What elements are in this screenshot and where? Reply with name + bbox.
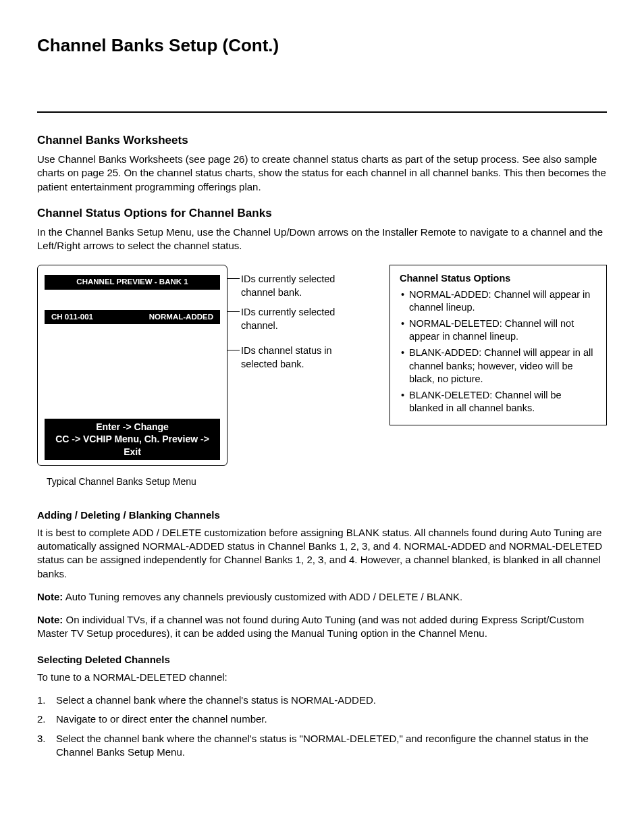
callout-2: IDs currently selected channel. (241, 306, 363, 332)
selecting-steps: Select a channel bank where the channel'… (37, 694, 607, 759)
divider (37, 111, 607, 113)
worksheets-heading: Channel Banks Worksheets (37, 133, 607, 149)
menu-status: NORMAL-ADDED (149, 312, 213, 323)
menu-footer-1: Enter -> Change (49, 421, 216, 433)
menu-footer-2: CC -> VCHIP Menu, Ch. Preview -> Exit (49, 433, 216, 457)
adding-note2: Note: On individual TVs, if a channel wa… (37, 613, 607, 641)
status-item: NORMAL-ADDED: Channel will appear in cha… (400, 288, 597, 315)
channel-banks-menu: CHANNEL PREVIEW - BANK 1 CH 011-001 NORM… (37, 265, 227, 466)
note-label: Note: (37, 614, 63, 625)
menu-channel-row: CH 011-001 NORMAL-ADDED (45, 310, 220, 325)
step: Select a channel bank where the channel'… (37, 694, 607, 707)
callout-3: IDs channel status in selected bank. (241, 344, 363, 371)
status-options-box: Channel Status Options NORMAL-ADDED: Cha… (390, 265, 607, 425)
page-title: Channel Banks Setup (Cont.) (37, 34, 607, 71)
step: Select the channel bank where the channe… (37, 732, 607, 760)
status-item: BLANK-DELETED: Channel will be blanked i… (400, 389, 597, 415)
status-item: NORMAL-DELETED: Channel will not appear … (400, 317, 597, 344)
note-label: Note: (37, 591, 63, 602)
selecting-heading: Selecting Deleted Channels (37, 653, 607, 667)
worksheets-body: Use Channel Banks Worksheets (see page 2… (37, 153, 607, 194)
menu-footer: Enter -> Change CC -> VCHIP Menu, Ch. Pr… (45, 419, 220, 460)
menu-channel: CH 011-001 (51, 312, 93, 323)
status-options-body: In the Channel Banks Setup Menu, use the… (37, 226, 607, 253)
selecting-intro: To tune to a NORMAL-DELETED channel: (37, 671, 607, 684)
menu-title: CHANNEL PREVIEW - BANK 1 (45, 275, 220, 290)
status-options-heading: Channel Status Options for Channel Banks (37, 206, 607, 221)
status-box-title: Channel Status Options (400, 272, 597, 286)
status-item: BLANK-ADDED: Channel will appear in all … (400, 346, 597, 386)
note1-text: Auto Tuning removes any channels previou… (63, 591, 462, 602)
callout-1: IDs currently selected channel bank. (241, 273, 363, 299)
note2-text: On individual TVs, if a channel was not … (37, 614, 584, 639)
adding-body: It is best to complete ADD / DELETE cust… (37, 526, 607, 581)
callouts: IDs currently selected channel bank. IDs… (241, 265, 363, 377)
step: Navigate to or direct enter the channel … (37, 712, 607, 726)
adding-heading: Adding / Deleting / Blanking Channels (37, 509, 607, 522)
adding-note1: Note: Auto Tuning removes any channels p… (37, 590, 607, 604)
menu-caption: Typical Channel Banks Setup Menu (47, 475, 227, 488)
